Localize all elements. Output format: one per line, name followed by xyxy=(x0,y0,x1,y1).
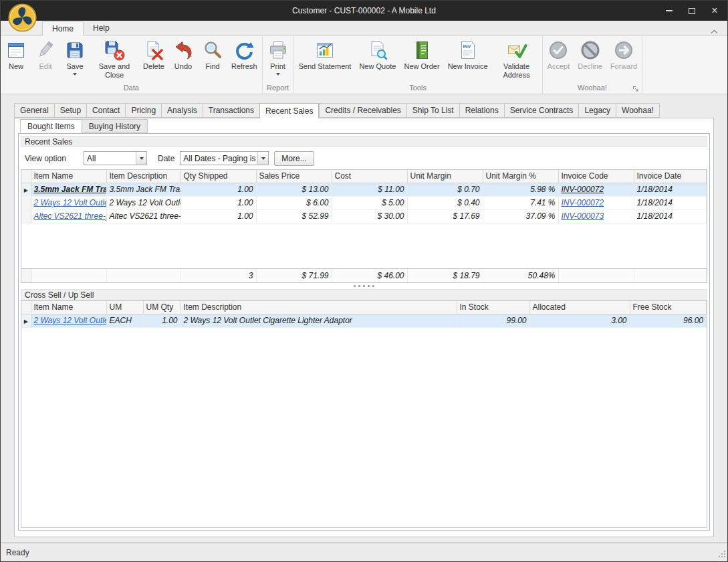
item-name-link[interactable]: 2 Ways 12 Volt Outle... xyxy=(34,198,107,207)
item-name-link[interactable]: 2 Ways 12 Volt Outle... xyxy=(34,316,107,325)
view-option-label: View option xyxy=(25,154,84,163)
floppy-disk-icon xyxy=(64,39,86,61)
col-header-unit-margin-pct[interactable]: Unit Margin % xyxy=(483,170,558,183)
row-indicator: ▶ xyxy=(21,314,31,327)
ribbon-group-label-data: Data xyxy=(1,83,261,94)
dialog-launcher-icon[interactable] xyxy=(632,85,639,92)
svg-text:INV: INV xyxy=(463,44,471,49)
col-header-sales-price[interactable]: Sales Price xyxy=(256,170,332,183)
cross-sell-row[interactable]: ▶ 2 Ways 12 Volt Outle... EACH 1.00 2 Wa… xyxy=(21,314,707,327)
col-header-item-name[interactable]: Item Name xyxy=(31,301,106,314)
recent-sales-row[interactable]: Altec VS2621 three-p... Altec VS2621 thr… xyxy=(21,209,707,223)
decline-circle-icon xyxy=(580,39,601,61)
grid-splitter[interactable] xyxy=(21,283,707,289)
tab-general[interactable]: General xyxy=(14,103,54,118)
summary-cost: $ 46.00 xyxy=(332,269,407,282)
invoice-code-link[interactable]: INV-000072 xyxy=(562,198,604,207)
printer-icon xyxy=(267,39,289,61)
col-header-invoice-code[interactable]: Invoice Code xyxy=(558,170,634,183)
new-order-button[interactable]: New Order xyxy=(400,37,443,83)
chevron-down-icon[interactable] xyxy=(257,152,268,165)
recent-sales-toolbar: View option All Date All Dates - Paging … xyxy=(21,147,707,169)
tab-bought-items[interactable]: Bought Items xyxy=(20,119,82,133)
validate-check-icon xyxy=(506,39,527,61)
ribbon: New Edit Save xyxy=(1,36,727,94)
col-header-unit-margin[interactable]: Unit Margin xyxy=(407,170,483,183)
invoice-code-link[interactable]: INV-000073 xyxy=(562,211,604,221)
status-text: Ready xyxy=(6,548,29,557)
print-button[interactable]: Print xyxy=(263,37,293,83)
forward-circle-icon xyxy=(613,39,634,61)
tab-ship-to-list[interactable]: Ship To List xyxy=(406,103,459,118)
row-indicator-header xyxy=(21,170,31,183)
chevron-up-icon[interactable] xyxy=(711,25,718,37)
maximize-icon[interactable] xyxy=(687,6,697,15)
col-header-invoice-date[interactable]: Invoice Date xyxy=(634,170,707,183)
tab-analysis[interactable]: Analysis xyxy=(161,103,203,118)
ribbon-tab-home[interactable]: Home xyxy=(42,21,84,36)
undo-arrow-icon xyxy=(172,39,194,61)
close-icon[interactable]: × xyxy=(710,6,719,15)
row-indicator xyxy=(21,209,31,223)
tab-buying-history[interactable]: Buying History xyxy=(82,119,148,133)
tab-recent-sales[interactable]: Recent Sales xyxy=(259,103,319,118)
new-button[interactable]: New xyxy=(1,37,31,83)
recent-sales-row[interactable]: 2 Ways 12 Volt Outle... 2 Ways 12 Volt O… xyxy=(21,196,707,209)
resize-grip-icon[interactable] xyxy=(717,549,726,560)
item-name-link[interactable]: 3.5mm Jack FM Tran... xyxy=(34,185,107,194)
validate-address-button[interactable]: Validate Address xyxy=(492,37,541,83)
tab-pricing[interactable]: Pricing xyxy=(125,103,161,118)
delete-button[interactable]: Delete xyxy=(139,37,168,83)
ribbon-group-data: New Edit Save xyxy=(1,36,263,94)
save-and-close-button[interactable]: Save and Close xyxy=(90,37,139,83)
col-header-allocated[interactable]: Allocated xyxy=(529,301,630,314)
ribbon-tab-help[interactable]: Help xyxy=(84,21,119,35)
ribbon-group-tools: Send Statement New Quote New Order xyxy=(294,36,543,94)
row-indicator-icon: ▶ xyxy=(24,318,28,324)
col-header-in-stock[interactable]: In Stock xyxy=(457,301,529,314)
col-header-cost[interactable]: Cost xyxy=(332,170,407,183)
tab-setup[interactable]: Setup xyxy=(54,103,86,118)
tab-transactions[interactable]: Transactions xyxy=(203,103,259,118)
save-button[interactable]: Save xyxy=(60,37,90,83)
tab-service-contracts[interactable]: Service Contracts xyxy=(504,103,579,118)
tab-woohaa[interactable]: Woohaa! xyxy=(616,103,660,118)
recent-sales-row[interactable]: ▶ 3.5mm Jack FM Tran... 3.5mm Jack FM Tr… xyxy=(21,183,707,196)
col-header-qty-shipped[interactable]: Qty Shipped xyxy=(180,170,256,183)
new-quote-button[interactable]: New Quote xyxy=(355,37,400,83)
ribbon-group-label-tools: Tools xyxy=(295,83,541,94)
more-button[interactable]: More... xyxy=(274,151,314,166)
col-header-um[interactable]: UM xyxy=(106,301,143,314)
row-indicator: ▶ xyxy=(21,183,31,196)
view-option-select[interactable]: All xyxy=(84,151,147,165)
date-label: Date xyxy=(158,154,174,163)
undo-button[interactable]: Undo xyxy=(168,37,198,83)
tab-legacy[interactable]: Legacy xyxy=(578,103,616,118)
ribbon-group-label-woohaa: Woohaa! xyxy=(543,83,642,94)
invoice-document-icon: INV xyxy=(457,39,479,61)
col-header-item-description[interactable]: Item Description xyxy=(106,170,180,183)
new-invoice-button[interactable]: INV New Invoice xyxy=(444,37,492,83)
col-header-free-stock[interactable]: Free Stock xyxy=(630,301,707,314)
col-header-item-name[interactable]: Item Name xyxy=(31,170,106,183)
magnifier-icon xyxy=(202,39,223,61)
refresh-icon xyxy=(233,39,255,61)
tab-contact[interactable]: Contact xyxy=(86,103,125,118)
find-button[interactable]: Find xyxy=(198,37,227,83)
tab-relations[interactable]: Relations xyxy=(459,103,504,118)
bought-items-panel: Recent Sales View option All Date All Da… xyxy=(18,133,710,531)
summary-sales-price: $ 71.99 xyxy=(256,269,332,282)
col-header-item-description[interactable]: Item Description xyxy=(180,301,457,314)
summary-unit-margin: $ 18.79 xyxy=(407,269,483,282)
date-select[interactable]: All Dates - Paging is A... xyxy=(180,151,269,165)
chevron-down-icon[interactable] xyxy=(136,152,146,165)
send-statement-button[interactable]: Send Statement xyxy=(295,37,356,83)
item-name-link[interactable]: Altec VS2621 three-p... xyxy=(34,211,107,221)
invoice-code-link[interactable]: INV-000072 xyxy=(562,185,604,194)
col-header-um-qty[interactable]: UM Qty xyxy=(143,301,180,314)
chevron-down-icon xyxy=(276,73,280,76)
tab-credits-receivables[interactable]: Credits / Receivables xyxy=(319,103,406,118)
refresh-button[interactable]: Refresh xyxy=(227,37,261,83)
order-notebook-icon xyxy=(411,39,433,61)
minimize-icon[interactable] xyxy=(664,6,674,15)
